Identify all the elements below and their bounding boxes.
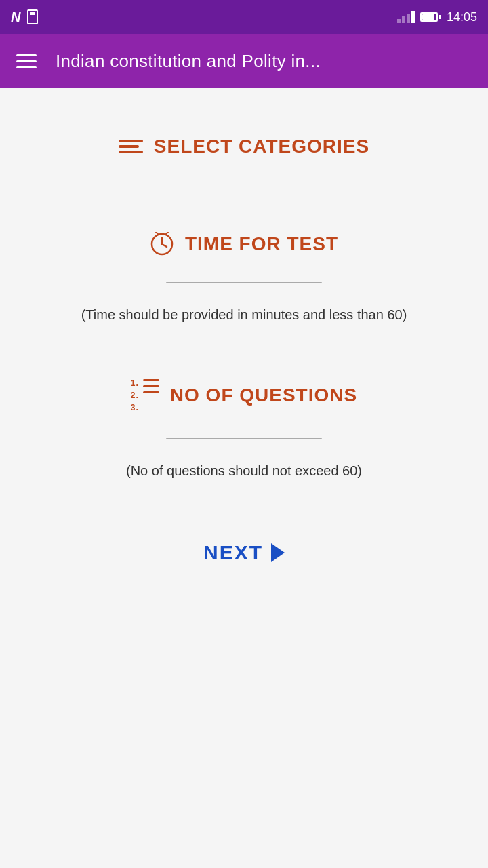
menu-icon[interactable] (16, 54, 37, 68)
time-hint-text: (Time should be provided in minutes and … (81, 305, 407, 324)
time-input-field[interactable] (166, 282, 322, 283)
status-time: 14:05 (447, 10, 477, 24)
select-categories-heading[interactable]: SELECT CATEGORIES (119, 136, 369, 157)
signal-icon (397, 11, 415, 23)
next-arrow-icon (271, 543, 285, 562)
clock-icon (150, 232, 174, 256)
time-for-test-section: TIME FOR TEST (Time should be provided i… (33, 212, 455, 338)
questions-input-field[interactable] (166, 438, 322, 439)
no-of-questions-heading: 1. 2. 3. NO OF QUESTIONS (131, 378, 357, 412)
select-categories-section: SELECT CATEGORIES (33, 115, 455, 191)
time-for-test-label: TIME FOR TEST (185, 233, 338, 255)
sim-icon (27, 9, 38, 24)
svg-line-2 (162, 244, 167, 247)
categories-icon (119, 140, 143, 153)
svg-line-3 (156, 232, 158, 234)
no-of-questions-section: 1. 2. 3. NO OF QUESTIONS (No of question… (33, 358, 455, 494)
status-bar: N 14:05 (0, 0, 488, 34)
n-logo-icon: N (11, 9, 20, 25)
battery-icon (420, 12, 441, 22)
main-content: SELECT CATEGORIES TIME FOR TEST (Time sh… (0, 88, 488, 868)
select-categories-label: SELECT CATEGORIES (154, 136, 369, 157)
svg-line-4 (166, 232, 168, 234)
next-button[interactable]: NEXT (203, 541, 285, 564)
app-title: Indian constitution and Polity in... (56, 51, 321, 72)
time-for-test-heading: TIME FOR TEST (150, 232, 338, 256)
questions-hint-text: (No of questions should not exceed 60) (126, 461, 362, 480)
next-label: NEXT (203, 541, 263, 564)
numlist-icon: 1. 2. 3. (131, 378, 159, 412)
no-of-questions-label: NO OF QUESTIONS (170, 384, 357, 406)
app-bar: Indian constitution and Polity in... (0, 34, 488, 88)
